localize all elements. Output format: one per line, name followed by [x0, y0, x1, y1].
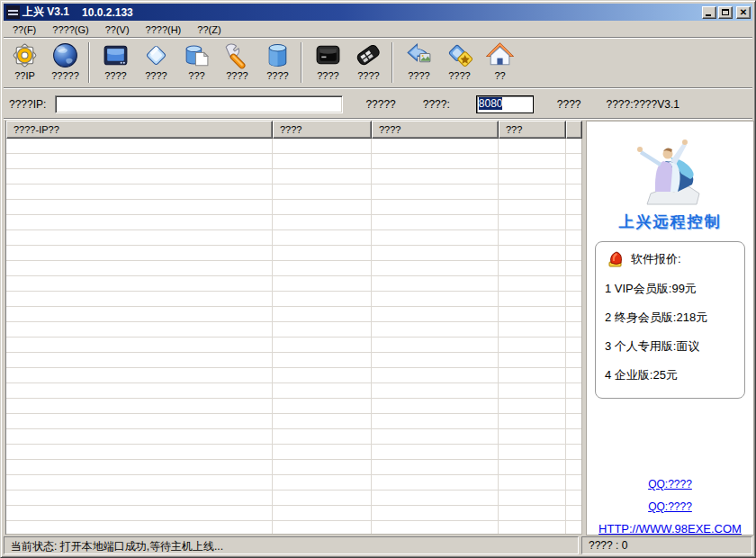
- hosts-table: ????-IP?? ???? ???? ???: [5, 121, 582, 535]
- table-header-col3[interactable]: ????: [372, 121, 499, 139]
- table-gridline: [565, 139, 566, 534]
- toolbar-label: ??IP: [14, 70, 35, 81]
- table-header-col2[interactable]: ????: [273, 121, 372, 139]
- toolbar-button-diamond[interactable]: ????: [136, 39, 176, 81]
- app-window: 上兴 V3.1 10.0.2.133 ✕ ??(F) ????(G) ??(V)…: [0, 0, 756, 558]
- toolbar-label: ????: [104, 70, 126, 81]
- toolbar-button-home[interactable]: ??: [480, 39, 520, 81]
- toolbar-separator: [88, 42, 90, 83]
- toolbar-label: ????: [317, 70, 338, 81]
- links-block: QQ:???? QQ:???? HTTP://WWW.98EXE.COM HTT…: [587, 478, 753, 536]
- window-title-version: 10.0.2.133: [82, 6, 133, 19]
- price-item: 4 企业版:25元: [605, 367, 735, 383]
- toolbar: ??IP ????? ????: [4, 39, 752, 87]
- version-label: ????:????V3.1: [606, 98, 679, 111]
- menu-item-about[interactable]: ??(Z): [189, 22, 229, 37]
- film-icon: [354, 40, 383, 70]
- sidebar: 上兴远程控制 软件报价: 1 VIP会员版:99元 2 终身会员版:218元 3…: [586, 121, 754, 536]
- brand-title: 上兴远程控制: [587, 212, 753, 232]
- toolbar-label: ????: [266, 70, 288, 81]
- port-input[interactable]: 8080: [476, 95, 534, 113]
- menu-item-view[interactable]: ??(V): [97, 22, 138, 37]
- diamond-icon: [141, 40, 171, 70]
- toolbar-button-share-picture[interactable]: ????: [399, 39, 439, 81]
- port-value: 8080: [479, 97, 503, 110]
- maximize-button[interactable]: [718, 6, 733, 19]
- toolbar-label: ????: [408, 70, 429, 81]
- connect-bar: ????IP: ????? ????: 8080 ???? ????:????V…: [4, 89, 752, 119]
- title-bar[interactable]: 上兴 V3.1 10.0.2.133 ✕: [4, 4, 752, 21]
- app-icon: [6, 5, 20, 19]
- status-count: ???? : 0: [581, 536, 752, 554]
- price-item: 3 个人专用版:面议: [605, 338, 735, 355]
- table-header-col4[interactable]: ???: [499, 121, 566, 139]
- listen-label[interactable]: ????: [557, 98, 581, 111]
- toolbar-button-card-star[interactable]: ????: [439, 39, 480, 81]
- menu-bar: ??(F) ????(G) ??(V) ????(H) ??(Z): [4, 22, 752, 37]
- toolbar-label: ??: [494, 70, 505, 81]
- close-button[interactable]: ✕: [736, 6, 751, 19]
- database-icon: [263, 40, 292, 70]
- toolbar-button-network[interactable]: ?????: [45, 39, 86, 81]
- menu-item-file[interactable]: ??(F): [4, 22, 44, 37]
- toolbar-label: ????: [145, 70, 166, 81]
- price-box-title: 软件报价:: [631, 251, 681, 267]
- toolbar-button-database[interactable]: ????: [257, 39, 298, 81]
- price-item: 1 VIP会员版:99元: [605, 281, 735, 297]
- price-box: 软件报价: 1 VIP会员版:99元 2 终身会员版:218元 3 个人专用版:…: [595, 241, 745, 399]
- bell-icon: [607, 250, 625, 268]
- close-icon: ✕: [737, 7, 750, 18]
- toolbar-button-film[interactable]: ????: [348, 39, 389, 81]
- status-bar: 当前状态: 打开本地端口成功,等待主机上线... ???? : 0: [4, 536, 752, 554]
- menu-item-help[interactable]: ????(H): [138, 22, 190, 37]
- toolbar-label: ????: [448, 70, 470, 81]
- cylinder-page-icon: [182, 40, 212, 70]
- ip-label: ????IP:: [9, 98, 46, 111]
- toolbar-label: ????: [357, 70, 379, 81]
- card-star-icon: [445, 40, 474, 70]
- minimize-button[interactable]: [702, 6, 716, 19]
- table-gridline: [272, 139, 273, 534]
- gear-icon: [10, 40, 40, 70]
- table-header-ip[interactable]: ????-IP??: [6, 121, 273, 139]
- terminal-icon: [313, 40, 343, 70]
- toolbar-label: ???: [188, 70, 204, 81]
- table-header-filler: [566, 121, 582, 139]
- minimize-icon: [706, 14, 711, 16]
- qq-link-2[interactable]: QQ:????: [587, 500, 753, 513]
- window-title: 上兴 V3.1: [22, 4, 69, 20]
- toolbar-button-config-ip[interactable]: ??IP: [4, 39, 45, 81]
- share-picture-icon: [404, 40, 434, 70]
- globe-icon: [50, 40, 80, 70]
- mascot-image: [620, 134, 721, 206]
- monitor-icon: [101, 40, 130, 70]
- divider: [4, 118, 752, 120]
- table-header-row: ????-IP?? ???? ???? ???: [6, 121, 582, 139]
- ip-input[interactable]: [55, 95, 343, 113]
- menu-item-function[interactable]: ????(G): [44, 22, 96, 37]
- toolbar-button-terminal[interactable]: ????: [308, 39, 348, 81]
- toolbar-button-screen[interactable]: ????: [95, 39, 136, 81]
- toolbar-separator: [301, 42, 302, 83]
- website-link-com[interactable]: HTTP://WWW.98EXE.COM: [587, 523, 753, 536]
- toolbar-label: ?????: [51, 70, 79, 81]
- qq-link-1[interactable]: QQ:????: [587, 478, 753, 490]
- wrench-icon: [222, 40, 252, 70]
- toolbar-separator: [392, 42, 393, 83]
- port-label: ????:: [423, 98, 450, 111]
- hint-label[interactable]: ?????: [365, 98, 395, 111]
- price-item: 2 终身会员版:218元: [605, 310, 735, 326]
- table-gridline: [371, 139, 372, 534]
- toolbar-label: ????: [226, 70, 248, 81]
- table-body[interactable]: [6, 139, 582, 535]
- table-gridline: [498, 139, 499, 534]
- status-message: 当前状态: 打开本地端口成功,等待主机上线...: [4, 536, 579, 554]
- maximize-icon: [722, 9, 729, 15]
- home-icon: [485, 40, 515, 70]
- toolbar-button-cylinder-page[interactable]: ???: [176, 39, 217, 81]
- toolbar-button-wrench[interactable]: ????: [217, 39, 257, 81]
